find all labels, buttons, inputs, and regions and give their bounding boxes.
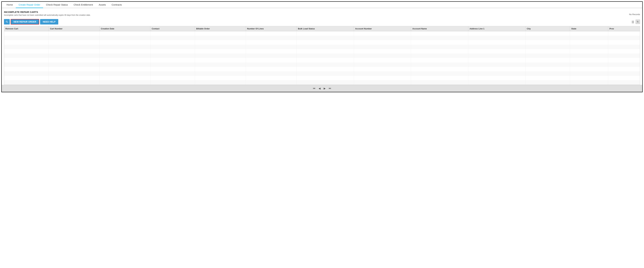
col-address-line1: Address Line 1 bbox=[468, 26, 526, 31]
table-row bbox=[4, 40, 640, 45]
table-row bbox=[4, 49, 640, 54]
next-page-button[interactable]: ▶ bbox=[323, 87, 326, 90]
nav-tab-assets[interactable]: Assets bbox=[96, 2, 109, 8]
table-row bbox=[4, 45, 640, 49]
table-row bbox=[4, 67, 640, 71]
col-creation-date: Creation Date bbox=[100, 26, 150, 31]
repair-carts-table: Remove Cart Cart Number Creation Date Co… bbox=[4, 26, 640, 85]
section-title: INCOMPLETE REPAIR CARTS bbox=[4, 11, 90, 13]
table-row bbox=[4, 71, 640, 76]
col-billable-order: Billable Order bbox=[195, 26, 246, 31]
new-repair-order-button[interactable]: NEW REPAIR ORDER bbox=[11, 19, 39, 24]
need-help-button[interactable]: NEED HELP bbox=[40, 19, 58, 24]
col-number-of-lines: Number Of Lines bbox=[246, 26, 296, 31]
svg-point-0 bbox=[6, 21, 7, 22]
search-icon bbox=[6, 20, 8, 23]
col-state: State bbox=[570, 26, 608, 31]
table-row bbox=[4, 31, 640, 36]
nav-tab-home[interactable]: Home bbox=[4, 2, 16, 8]
col-account-number: Account Number bbox=[354, 26, 411, 31]
nav-tab-create-repair-order[interactable]: Create Repair Order bbox=[16, 2, 43, 8]
no-records-label: No Records bbox=[629, 13, 640, 15]
table-row bbox=[4, 54, 640, 58]
col-city: City bbox=[526, 26, 570, 31]
col-account-name: Account Name bbox=[411, 26, 468, 31]
table-row bbox=[4, 58, 640, 62]
col-bulk-load-status: Bulk Load Status bbox=[296, 26, 354, 31]
last-page-button[interactable]: ⏭ bbox=[328, 87, 332, 90]
refresh-button[interactable]: ↻ bbox=[636, 19, 640, 24]
col-prov: Prov bbox=[608, 26, 640, 31]
toolbar: NEW REPAIR ORDER NEED HELP ||| ↻ bbox=[4, 19, 640, 24]
nav-tab-contracts[interactable]: Contracts bbox=[109, 2, 124, 8]
pagination-bar: ⏮ ◀ ▶ ⏭ bbox=[2, 85, 642, 92]
search-button[interactable] bbox=[4, 19, 10, 24]
col-cart-number: Cart Number bbox=[49, 26, 100, 31]
nav-tab-check-repair-status[interactable]: Check Repair Status bbox=[43, 2, 71, 8]
table-header-row: Remove Cart Cart Number Creation Date Co… bbox=[4, 26, 640, 31]
section-subtitle: Incomplete carts that have not been subm… bbox=[4, 14, 90, 16]
col-contact: Contact bbox=[150, 26, 195, 31]
col-remove-cart: Remove Cart bbox=[4, 26, 49, 31]
prev-page-button[interactable]: ◀ bbox=[318, 87, 321, 90]
columns-icon[interactable]: ||| bbox=[632, 20, 634, 23]
first-page-button[interactable]: ⏮ bbox=[312, 87, 316, 90]
table-row bbox=[4, 80, 640, 85]
svg-line-1 bbox=[7, 22, 8, 23]
nav-bar: HomeCreate Repair OrderCheck Repair Stat… bbox=[2, 2, 642, 8]
nav-tab-check-entitlement[interactable]: Check Entitlement bbox=[71, 2, 96, 8]
table-row bbox=[4, 36, 640, 40]
table-row bbox=[4, 62, 640, 67]
table-row bbox=[4, 76, 640, 80]
